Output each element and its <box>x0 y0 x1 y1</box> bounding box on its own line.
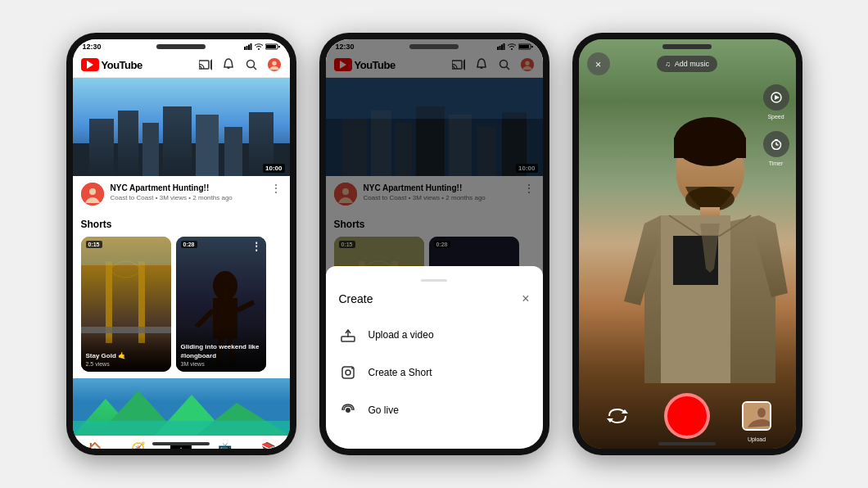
shorts-section-1: Shorts <box>73 212 290 378</box>
more-icon-1[interactable]: ⋮ <box>270 183 282 194</box>
camera-view: × ♫ Add music Speed <box>579 39 796 449</box>
yt-logo-1: YouTube <box>81 58 198 71</box>
svg-point-81 <box>346 370 350 375</box>
speed-control[interactable]: Speed <box>763 84 789 120</box>
svg-line-10 <box>253 67 256 70</box>
phone-1-screen: 12:30 <box>73 39 290 449</box>
camera-bottom-controls: Upload <box>579 393 796 439</box>
add-music-label: Add music <box>675 60 709 68</box>
short-views-2: 3M views <box>181 361 261 367</box>
youtube-logo-icon <box>81 58 99 71</box>
music-note-icon: ♫ <box>665 60 671 68</box>
short-title-1: Stay Gold 🤙 <box>86 352 166 360</box>
create-title: Create <box>339 292 373 305</box>
video-age-1: 2 months ago <box>192 194 232 201</box>
go-live-icon <box>339 401 357 419</box>
yt-header-1: YouTube <box>73 52 290 78</box>
search-icon[interactable] <box>244 57 259 72</box>
create-item-upload[interactable]: Upload a video <box>339 316 530 354</box>
svg-rect-20 <box>224 127 242 176</box>
sheet-handle <box>421 279 447 282</box>
subscriptions-icon: 📺 <box>218 441 232 449</box>
phone-3: × ♫ Add music Speed <box>572 33 802 455</box>
phone-2: 12:30 <box>319 33 549 455</box>
add-music-btn[interactable]: ♫ Add music <box>657 56 717 72</box>
timer-btn[interactable] <box>763 131 789 157</box>
svg-point-82 <box>351 368 353 369</box>
nav-create-1[interactable]: + <box>160 441 203 449</box>
go-live-label: Go live <box>368 404 399 416</box>
svg-rect-5 <box>266 45 276 48</box>
wifi-icon <box>255 43 263 50</box>
time-1: 12:30 <box>83 43 102 51</box>
svg-point-23 <box>89 188 96 195</box>
channel-name-1: Coast to Coast <box>111 194 154 201</box>
phone-1: 12:30 <box>66 33 296 455</box>
svg-rect-19 <box>196 115 219 176</box>
short-card-2[interactable]: 0:28 ⋮ Gliding into weekend like #longbo… <box>176 237 266 372</box>
short-more-icon[interactable]: ⋮ <box>251 241 261 252</box>
svg-point-9 <box>246 61 254 68</box>
featured-video-duration-1: 10:00 <box>263 164 284 173</box>
record-btn[interactable] <box>664 393 710 439</box>
svg-rect-6 <box>278 46 280 47</box>
channel-avatar-1 <box>81 183 104 206</box>
flip-camera-btn[interactable] <box>603 401 632 431</box>
nav-library-1[interactable]: 📚 Library <box>246 441 290 449</box>
svg-rect-2 <box>248 45 250 51</box>
avatar-icon[interactable] <box>267 57 282 72</box>
timer-label: Timer <box>769 160 784 166</box>
explore-icon: 🧭 <box>131 441 145 449</box>
bell-icon[interactable] <box>221 57 236 72</box>
svg-rect-15 <box>89 119 114 176</box>
status-bar-1: 12:30 <box>73 39 290 52</box>
create-close-btn[interactable]: × <box>522 291 529 306</box>
upload-icon <box>339 326 357 344</box>
video-subtitle-1: Coast to Coast • 3M views • 2 months ago <box>111 194 264 201</box>
short-views-1: 2.5 views <box>86 361 166 367</box>
create-item-short[interactable]: Create a Short <box>339 354 530 391</box>
upload-thumb-img <box>744 403 771 431</box>
speed-btn[interactable] <box>763 84 789 111</box>
nav-subs-1[interactable]: 📺 Subscriptions <box>203 441 246 449</box>
bottom-nav-1: 🏠 Home 🧭 Explore + 📺 Subscriptions 📚 Lib… <box>73 436 290 449</box>
nav-explore-1[interactable]: 🧭 Explore <box>116 441 160 449</box>
svg-rect-17 <box>142 123 159 176</box>
shorts-title-1: Shorts <box>81 219 282 230</box>
short-title-2: Gliding into weekend like #longboard <box>181 343 261 360</box>
upload-thumb[interactable] <box>742 401 771 431</box>
upload-container: Upload <box>742 401 771 431</box>
phone-3-screen: × ♫ Add music Speed <box>579 39 796 449</box>
timer-control[interactable]: Timer <box>763 131 789 166</box>
short-duration-2: 0:28 <box>181 241 197 248</box>
video-meta-1: NYC Apartment Hunting!! Coast to Coast •… <box>111 183 264 201</box>
short-label-2: Gliding into weekend like #longboard 3M … <box>176 327 266 372</box>
create-item-live[interactable]: Go live <box>339 391 530 429</box>
svg-rect-27 <box>81 327 171 333</box>
short-card-1[interactable]: 0:15 Stay Gold 🤙 2.5 views <box>81 237 171 372</box>
svg-rect-0 <box>244 47 246 50</box>
camera-close-btn[interactable]: × <box>587 52 610 75</box>
upload-label: Upload <box>748 436 766 442</box>
yt-logo-text-1: YouTube <box>102 59 142 71</box>
create-short-label: Create a Short <box>368 367 432 378</box>
home-icon: 🏠 <box>88 441 102 449</box>
landscape-svg <box>73 378 290 436</box>
featured-video-thumb-1[interactable]: 10:00 <box>73 78 290 176</box>
speed-label: Speed <box>767 114 784 120</box>
thumb-landscape-svg <box>73 78 290 176</box>
nav-home-1[interactable]: 🏠 Home <box>73 441 116 449</box>
battery-icon <box>265 43 280 50</box>
create-btn[interactable]: + <box>170 441 192 449</box>
phone-2-screen: 12:30 <box>326 39 543 449</box>
create-icon: + <box>170 442 192 449</box>
svg-rect-16 <box>118 111 138 176</box>
video-info-1: NYC Apartment Hunting!! Coast to Coast •… <box>73 176 290 212</box>
cast-icon[interactable] <box>198 57 213 72</box>
create-short-icon <box>339 364 357 382</box>
signal-icon <box>244 43 252 50</box>
yt-actions-1 <box>198 57 282 72</box>
svg-rect-3 <box>250 43 251 50</box>
svg-rect-41 <box>73 421 290 436</box>
video-title-1: NYC Apartment Hunting!! <box>111 183 264 193</box>
